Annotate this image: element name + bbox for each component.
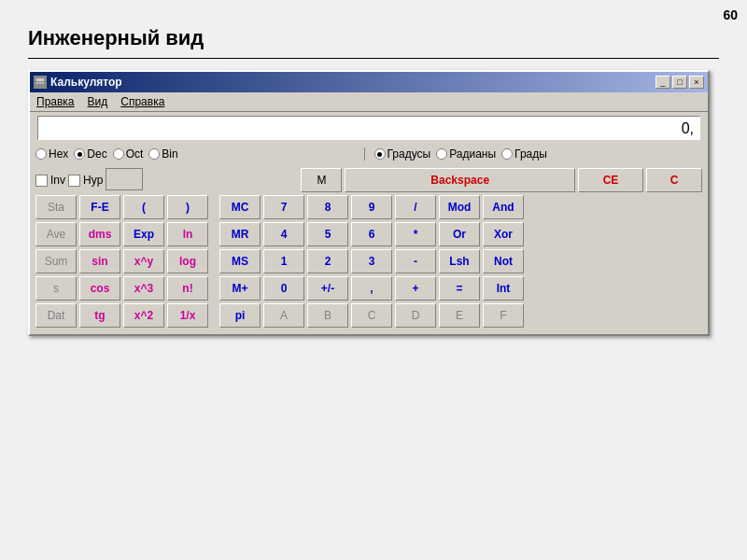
btn-right-1-5[interactable]: Xor (483, 222, 524, 246)
btn-left-3-3[interactable]: n! (167, 276, 208, 301)
radio-oct-circle (113, 148, 124, 160)
menu-spravka[interactable]: Справка (118, 94, 167, 109)
c-button[interactable]: C (646, 168, 702, 192)
close-button[interactable]: × (689, 76, 704, 89)
display-area: 0, (30, 112, 708, 144)
btn-left-2-3[interactable]: log (167, 249, 208, 273)
btn-right-4-3[interactable]: D (395, 303, 436, 328)
svg-rect-4 (42, 82, 44, 84)
radio-radians-circle (436, 148, 447, 160)
btn-left-0-1[interactable]: F-E (79, 195, 120, 219)
radio-radians-label: Радианы (449, 147, 496, 161)
checkbox-inv[interactable] (35, 175, 48, 187)
checkbox-inv-item[interactable]: Inv (35, 168, 65, 192)
btn-left-1-1[interactable]: dms (79, 222, 120, 246)
btn-m-1[interactable]: MR (219, 222, 261, 246)
btn-right-3-4[interactable]: = (439, 276, 480, 301)
backspace-button[interactable]: Backspace (345, 168, 575, 192)
radio-dec-circle (74, 148, 85, 160)
btn-right-4-4[interactable]: E (439, 303, 480, 328)
radio-row: Hex Dec Oct Bin Градусы Радианы (30, 144, 708, 164)
btn-right-0-3[interactable]: / (395, 195, 436, 219)
checkbox-hyp-item[interactable]: Hyp (68, 168, 103, 192)
btn-right-4-0[interactable]: A (263, 303, 304, 328)
btn-left-3-1[interactable]: cos (79, 276, 120, 301)
radio-degrees-label: Градусы (388, 147, 431, 161)
menu-pravka[interactable]: Правка (34, 94, 78, 109)
radio-dec[interactable]: Dec (74, 147, 106, 161)
btn-right-3-5[interactable]: Int (483, 276, 524, 301)
btn-m-3[interactable]: M+ (219, 276, 261, 301)
btn-m-0[interactable]: MC (219, 195, 261, 219)
btn-m-2[interactable]: MS (219, 249, 261, 273)
btn-left-2-2[interactable]: x^y (123, 249, 164, 273)
btn-left-1-3[interactable]: ln (167, 222, 208, 246)
buttons-area: Inv Hyp M Backspace CE C StaF-E()MC789/M… (30, 164, 708, 334)
calc-row-3: scosx^3n!M+0+/-,+=Int (35, 276, 702, 301)
title-underline (28, 58, 719, 59)
radio-degrees[interactable]: Градусы (374, 147, 431, 161)
btn-left-1-0[interactable]: Ave (35, 222, 77, 246)
btn-right-1-3[interactable]: * (395, 222, 436, 246)
radio-hex[interactable]: Hex (35, 147, 68, 161)
calc-rows: StaF-E()MC789/ModAndAvedmsExplnMR456*OrX… (35, 195, 702, 328)
btn-left-2-0[interactable]: Sum (35, 249, 77, 273)
radio-radians[interactable]: Радианы (436, 147, 496, 161)
minimize-button[interactable]: _ (655, 76, 670, 89)
btn-right-4-1[interactable]: B (307, 303, 348, 328)
btn-right-0-1[interactable]: 8 (307, 195, 348, 219)
maximize-button[interactable]: □ (672, 76, 687, 89)
btn-right-2-2[interactable]: 3 (351, 249, 392, 273)
btn-right-2-3[interactable]: - (395, 249, 436, 273)
btn-right-2-0[interactable]: 1 (263, 249, 304, 273)
btn-left-4-2[interactable]: x^2 (123, 303, 164, 328)
radio-oct[interactable]: Oct (113, 147, 144, 161)
btn-right-1-2[interactable]: 6 (351, 222, 392, 246)
btn-left-3-2[interactable]: x^3 (123, 276, 164, 301)
btn-right-3-0[interactable]: 0 (263, 276, 304, 301)
btn-right-3-3[interactable]: + (395, 276, 436, 301)
page-number: 60 (723, 7, 738, 22)
display-mode-box (106, 168, 143, 190)
radio-bin-circle (148, 148, 160, 160)
svg-rect-1 (36, 78, 44, 81)
btn-left-2-1[interactable]: sin (79, 249, 120, 273)
btn-right-2-4[interactable]: Lsh (439, 249, 480, 273)
radio-group-angles: Градусы Радианы Грады (364, 147, 703, 161)
radio-bin[interactable]: Bin (148, 147, 177, 161)
btn-right-1-4[interactable]: Or (439, 222, 480, 246)
checkbox-hyp[interactable] (68, 175, 80, 187)
radio-grads[interactable]: Грады (501, 147, 547, 161)
calc-row-0: StaF-E()MC789/ModAnd (35, 195, 702, 219)
top-controls-row: Inv Hyp M Backspace CE C (35, 168, 702, 192)
btn-left-4-3[interactable]: 1/x (167, 303, 208, 328)
btn-right-4-2[interactable]: C (351, 303, 392, 328)
ce-button[interactable]: CE (578, 168, 643, 192)
btn-left-0-3[interactable]: ) (167, 195, 208, 219)
btn-right-0-2[interactable]: 9 (351, 195, 392, 219)
radio-oct-label: Oct (126, 147, 144, 161)
radio-grads-circle (501, 148, 513, 160)
calculator-window: Калькулятор _ □ × Правка Вид Справка 0, … (28, 70, 710, 336)
m-button[interactable]: M (301, 168, 342, 192)
btn-right-0-5[interactable]: And (483, 195, 524, 219)
btn-right-4-5[interactable]: F (483, 303, 524, 328)
btn-m-4[interactable]: pi (219, 303, 261, 328)
btn-right-0-0[interactable]: 7 (263, 195, 304, 219)
btn-right-1-0[interactable]: 4 (263, 222, 304, 246)
btn-left-4-1[interactable]: tg (79, 303, 120, 328)
btn-right-2-5[interactable]: Not (483, 249, 524, 273)
title-bar: Калькулятор _ □ × (30, 72, 708, 92)
btn-right-3-2[interactable]: , (351, 276, 392, 301)
btn-right-1-1[interactable]: 5 (307, 222, 348, 246)
menu-vid[interactable]: Вид (85, 94, 111, 109)
btn-left-3-0[interactable]: s (35, 276, 77, 301)
btn-left-4-0[interactable]: Dat (35, 303, 77, 328)
btn-right-3-1[interactable]: +/- (307, 276, 348, 301)
btn-left-1-2[interactable]: Exp (123, 222, 164, 246)
btn-right-0-4[interactable]: Mod (439, 195, 480, 219)
btn-left-0-2[interactable]: ( (123, 195, 164, 219)
svg-rect-2 (36, 82, 38, 84)
btn-right-2-1[interactable]: 2 (307, 249, 348, 273)
btn-left-0-0[interactable]: Sta (35, 195, 77, 219)
